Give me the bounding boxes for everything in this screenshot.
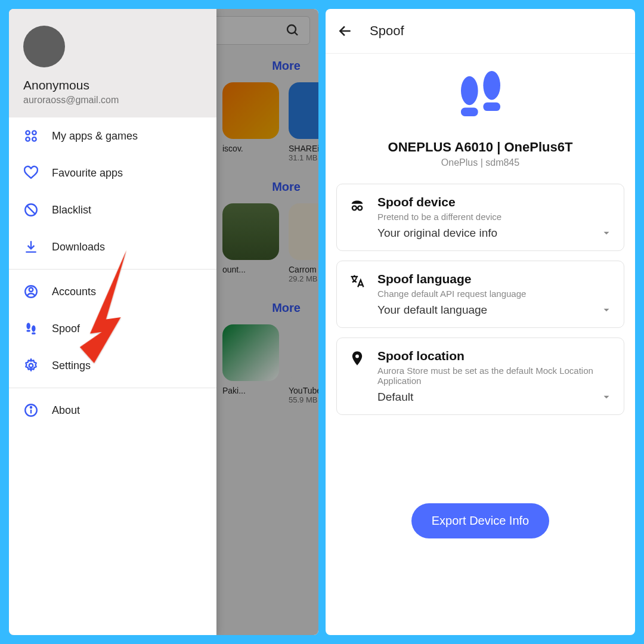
- app-row-3: Paki... YouTube Kid55.9 MB: [212, 321, 318, 408]
- svg-point-6: [32, 137, 36, 141]
- drawer-item-label: About: [52, 404, 80, 417]
- app-tile[interactable]: ount...: [222, 203, 279, 283]
- hero: ONEPLUS A6010 | OnePlus6T OnePlus | sdm8…: [326, 54, 635, 179]
- drawer-item-favourites[interactable]: Favourite apps: [9, 154, 216, 191]
- svg-point-25: [352, 206, 357, 210]
- svg-point-15: [29, 364, 33, 368]
- download-icon: [23, 239, 39, 255]
- app-row-2: ount... Carrom Poo29.2 MB: [212, 200, 318, 287]
- card-spoof-language[interactable]: Spoof language Change default API reques…: [336, 261, 624, 328]
- user-email: auroraoss@gmail.com: [23, 95, 202, 106]
- svg-point-10: [29, 288, 33, 292]
- chevron-down-icon: [601, 392, 612, 402]
- pin-icon: [349, 350, 366, 367]
- svg-point-4: [32, 131, 36, 135]
- svg-point-5: [26, 137, 30, 141]
- grid-icon: [23, 128, 39, 144]
- back-icon[interactable]: [338, 23, 353, 39]
- drawer-item-label: Downloads: [52, 241, 105, 253]
- drawer-item-label: My apps & games: [52, 130, 138, 143]
- left-pane: More iscov. SHAREit - Tr31.1 MB More oun…: [9, 9, 318, 635]
- svg-point-0: [287, 25, 296, 33]
- svg-point-21: [461, 76, 478, 105]
- heart-icon: [23, 165, 39, 181]
- svg-rect-14: [32, 333, 36, 335]
- svg-line-8: [26, 205, 35, 214]
- drawer-list: My apps & games Favourite apps Blacklist…: [9, 117, 216, 635]
- chevron-down-icon: [601, 305, 612, 315]
- svg-marker-28: [604, 232, 609, 235]
- search-bar[interactable]: [212, 16, 310, 45]
- svg-point-3: [26, 131, 30, 135]
- card-sub: Change default API request language: [377, 289, 612, 299]
- card-spoof-device[interactable]: Spoof device Pretend to be a different d…: [336, 184, 624, 251]
- incognito-icon: [349, 196, 366, 213]
- app-tile[interactable]: SHAREit - Tr31.1 MB: [289, 82, 318, 162]
- footsteps-icon: [23, 321, 39, 336]
- svg-marker-31: [604, 396, 609, 399]
- card-sub: Aurora Store must be set as the default …: [377, 366, 612, 386]
- svg-rect-12: [26, 330, 30, 332]
- svg-marker-29: [604, 309, 609, 312]
- card-value: Your default language: [377, 304, 487, 317]
- divider: [9, 269, 216, 270]
- svg-rect-22: [461, 108, 478, 116]
- card-title: Spoof language: [377, 272, 612, 286]
- svg-point-11: [26, 323, 30, 329]
- svg-point-26: [358, 206, 362, 210]
- drawer-item-label: Settings: [52, 360, 91, 372]
- svg-rect-24: [483, 103, 500, 111]
- drawer-item-blacklist[interactable]: Blacklist: [9, 191, 216, 228]
- drawer-item-about[interactable]: About: [9, 392, 216, 429]
- svg-line-1: [295, 32, 298, 35]
- drawer-item-label: Accounts: [52, 286, 96, 298]
- avatar[interactable]: [23, 26, 65, 67]
- export-device-info-button[interactable]: Export Device Info: [411, 503, 549, 538]
- gear-icon: [23, 358, 39, 373]
- user-name: Anonymous: [23, 78, 202, 92]
- search-icon: [286, 23, 300, 38]
- card-value: Your original device info: [377, 227, 497, 240]
- svg-point-18: [30, 407, 32, 408]
- drawer-header: Anonymous auroraoss@gmail.com: [9, 9, 216, 117]
- app-tile[interactable]: YouTube Kid55.9 MB: [289, 324, 318, 404]
- svg-point-30: [355, 355, 359, 358]
- drawer-item-downloads[interactable]: Downloads: [9, 228, 216, 265]
- app-row-1: iscov. SHAREit - Tr31.1 MB: [212, 79, 318, 166]
- svg-point-23: [483, 71, 500, 100]
- device-title: ONEPLUS A6010 | OnePlus6T: [338, 140, 623, 155]
- drawer-item-accounts[interactable]: Accounts: [9, 273, 216, 310]
- navigation-drawer: Anonymous auroraoss@gmail.com My apps & …: [9, 9, 216, 635]
- app-tile[interactable]: Carrom Poo29.2 MB: [289, 203, 318, 283]
- card-value: Default: [377, 391, 413, 404]
- card-spoof-location[interactable]: Spoof location Aurora Store must be set …: [336, 338, 624, 415]
- person-icon: [23, 284, 39, 299]
- info-icon: [23, 402, 39, 418]
- app-tile[interactable]: Paki...: [222, 324, 279, 404]
- chevron-down-icon: [601, 228, 612, 239]
- app-tile[interactable]: iscov.: [222, 82, 279, 162]
- card-sub: Pretend to be a different device: [377, 212, 612, 222]
- card-title: Spoof device: [377, 195, 612, 209]
- page-title: Spoof: [370, 23, 404, 39]
- drawer-item-my-apps[interactable]: My apps & games: [9, 117, 216, 154]
- drawer-item-label: Favourite apps: [52, 167, 123, 179]
- block-icon: [23, 202, 39, 218]
- drawer-item-label: Blacklist: [52, 204, 91, 216]
- device-sub: OnePlus | sdm845: [338, 157, 623, 168]
- divider: [9, 388, 216, 388]
- drawer-item-settings[interactable]: Settings: [9, 347, 216, 384]
- svg-point-13: [32, 326, 36, 332]
- translate-icon: [349, 273, 366, 290]
- drawer-item-label: Spoof: [52, 323, 80, 335]
- right-pane: Spoof ONEPLUS A6010 | OnePlus6T OnePlus …: [326, 9, 635, 635]
- page-header: Spoof: [326, 9, 635, 54]
- footsteps-hero-icon: [448, 64, 513, 130]
- card-title: Spoof location: [377, 349, 612, 363]
- drawer-item-spoof[interactable]: Spoof: [9, 310, 216, 347]
